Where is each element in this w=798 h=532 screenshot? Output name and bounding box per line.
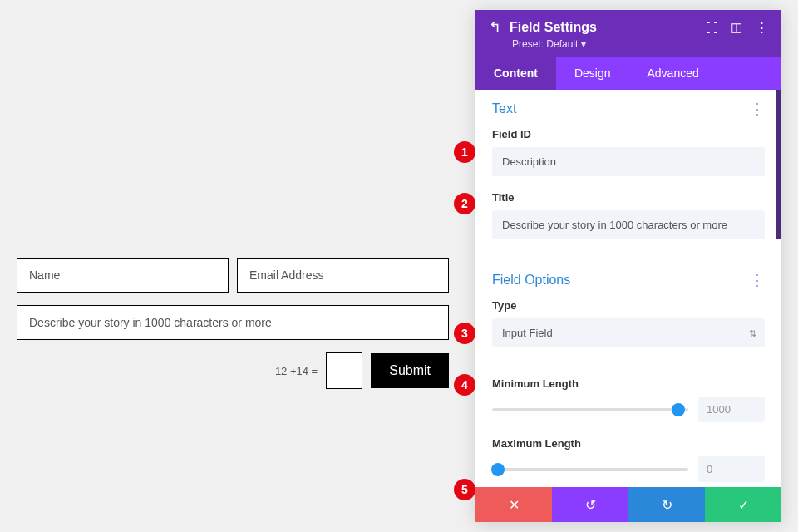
expand-icon[interactable]: ⛶ xyxy=(705,21,718,34)
annotation-badge-4: 4 xyxy=(454,374,475,396)
section-options-menu-icon[interactable]: ⋮ xyxy=(750,277,765,284)
min-length-label: Minimum Length xyxy=(492,377,765,390)
slider-thumb[interactable] xyxy=(491,463,505,476)
submit-button[interactable]: Submit xyxy=(371,353,449,388)
name-input[interactable]: Name xyxy=(17,258,229,293)
check-icon: ✓ xyxy=(738,497,749,513)
captcha-input[interactable] xyxy=(326,352,362,389)
section-text-menu-icon[interactable]: ⋮ xyxy=(750,106,765,113)
close-icon: ✕ xyxy=(509,497,520,513)
max-length-value[interactable] xyxy=(698,456,765,482)
tab-design[interactable]: Design xyxy=(556,57,629,90)
annotation-badge-3: 3 xyxy=(454,323,475,344)
section-text-title: Text xyxy=(492,101,516,116)
columns-icon[interactable]: ◫ xyxy=(730,21,743,34)
captcha-label: 12 +14 = xyxy=(275,365,318,377)
panel-title: Field Settings xyxy=(510,20,697,35)
confirm-button[interactable]: ✓ xyxy=(705,487,781,522)
story-input[interactable]: Describe your story in 1000 characters o… xyxy=(17,305,449,340)
title-label: Title xyxy=(492,191,765,204)
annotation-badge-5: 5 xyxy=(454,479,475,500)
annotation-badge-2: 2 xyxy=(454,193,475,214)
undo-icon: ↺ xyxy=(585,497,596,513)
cancel-button[interactable]: ✕ xyxy=(475,487,552,522)
field-id-input[interactable] xyxy=(492,147,765,176)
max-length-label: Maximum Length xyxy=(492,437,765,450)
max-length-slider[interactable] xyxy=(492,468,688,471)
form-preview: Name Email Address Describe your story i… xyxy=(17,258,449,389)
tab-content[interactable]: Content xyxy=(475,57,556,90)
type-label: Type xyxy=(492,299,765,312)
back-icon[interactable]: ↰ xyxy=(489,18,501,37)
email-input[interactable]: Email Address xyxy=(237,258,449,293)
preset-dropdown[interactable]: Preset: Default ▾ xyxy=(512,38,768,50)
redo-icon: ↻ xyxy=(662,497,672,513)
redo-button[interactable]: ↻ xyxy=(628,487,705,522)
tabs: Content Design Advanced xyxy=(475,57,781,90)
section-options-title: Field Options xyxy=(492,273,570,288)
scrollbar[interactable] xyxy=(776,90,781,239)
undo-button[interactable]: ↺ xyxy=(552,487,628,522)
slider-thumb[interactable] xyxy=(672,403,685,416)
annotation-badge-1: 1 xyxy=(454,141,475,163)
type-select[interactable] xyxy=(492,318,765,347)
menu-icon[interactable]: ⋮ xyxy=(755,21,768,34)
field-id-label: Field ID xyxy=(492,128,765,140)
tab-advanced[interactable]: Advanced xyxy=(628,57,717,90)
title-input[interactable] xyxy=(492,210,765,239)
min-length-slider[interactable] xyxy=(492,408,688,411)
min-length-value[interactable] xyxy=(698,397,765,422)
settings-panel: ↰ Field Settings ⛶ ◫ ⋮ Preset: Default ▾… xyxy=(475,10,781,522)
